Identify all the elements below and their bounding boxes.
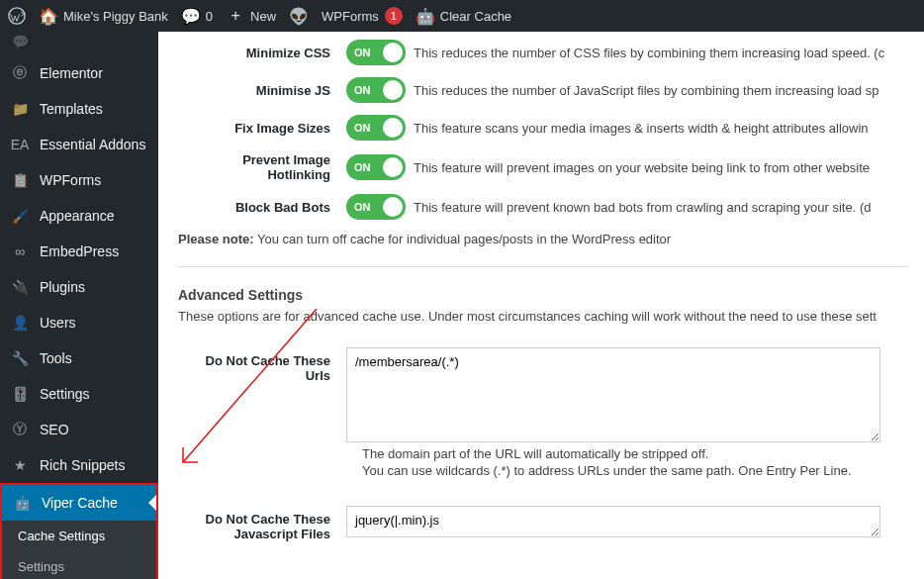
viper-icon: 🤖	[12, 493, 32, 513]
field-do-not-cache-urls: Do Not Cache These Urls	[178, 347, 908, 442]
textarea-dnc-urls[interactable]	[346, 347, 880, 442]
sidebar-item-wpforms[interactable]: 📋 WPForms	[0, 162, 158, 198]
viper-submenu: Cache Settings Settings	[2, 521, 156, 579]
sidebar-item-comments[interactable]: 💬 Comments	[0, 32, 158, 55]
sidebar-item-essential-addons[interactable]: EA Essential Addons	[0, 127, 158, 162]
advanced-settings-title: Advanced Settings	[178, 287, 908, 303]
sidebar-item-label: Appearance	[40, 208, 115, 224]
sidebar-item-label: Plugins	[40, 279, 85, 295]
label-fix-image-sizes: Fix Image Sizes	[178, 121, 346, 136]
main-content: Minimize CSS ON This reduces the number …	[158, 32, 924, 579]
sidebar-item-label: Users	[40, 315, 76, 331]
clear-cache-label: Clear Cache	[440, 9, 511, 24]
site-name-text: Mike's Piggy Bank	[63, 9, 168, 24]
brush-icon: 🖌️	[10, 206, 30, 226]
help-dnc-urls-2: You can use wildcards (.*) to address UR…	[362, 463, 908, 478]
sidebar-item-label: Essential Addons	[40, 137, 145, 152]
sidebar-item-label: EmbedPress	[40, 243, 119, 259]
submenu-cache-settings[interactable]: Cache Settings	[2, 521, 156, 551]
sidebar-item-label: Elementor	[40, 65, 103, 81]
ea-icon: EA	[10, 135, 30, 154]
plus-icon: +	[227, 7, 244, 25]
wpforms-link[interactable]: WPForms1	[322, 7, 403, 25]
alien-icon: 👽	[290, 7, 308, 25]
admin-sidebar: 💬 Comments ⓔ Elementor 📁 Templates EA Es…	[0, 32, 158, 579]
site-name-link[interactable]: 🏠Mike's Piggy Bank	[40, 7, 168, 25]
advanced-settings-desc: These options are for advanced cache use…	[178, 309, 908, 324]
help-dnc-urls: The domain part of the URL will automati…	[362, 446, 908, 478]
row-prevent-hotlinking: Prevent Image Hotlinking ON This feature…	[178, 152, 908, 182]
embed-icon: ∞	[10, 241, 30, 261]
textarea-dnc-js[interactable]	[346, 506, 880, 537]
desc-block-bad-bots: This feature will prevent known bad bots…	[414, 200, 871, 215]
toggle-minimise-js[interactable]: ON	[346, 77, 406, 103]
comment-icon: 💬	[182, 7, 200, 25]
sidebar-item-plugins[interactable]: 🔌 Plugins	[0, 269, 158, 305]
section-separator	[178, 266, 908, 267]
note-bold: Please note:	[178, 232, 254, 246]
label-dnc-js: Do Not Cache These Javascript Files	[178, 506, 346, 541]
comments-icon: 💬	[10, 32, 30, 51]
folder-icon: 📁	[10, 99, 30, 119]
sidebar-item-embedpress[interactable]: ∞ EmbedPress	[0, 234, 158, 269]
wordpress-icon	[8, 7, 26, 25]
sidebar-item-label: Settings	[40, 386, 90, 402]
desc-minimize-css: This reduces the number of CSS files by …	[414, 46, 884, 60]
comments-count: 0	[206, 9, 213, 24]
sidebar-item-label: SEO	[40, 422, 69, 437]
alien-link[interactable]: 👽	[290, 7, 308, 25]
wp-logo[interactable]	[8, 7, 26, 25]
home-icon: 🏠	[40, 7, 57, 25]
toggle-minimize-css[interactable]: ON	[346, 40, 406, 65]
sidebar-item-label: Viper Cache	[42, 495, 118, 511]
wrench-icon: 🔧	[10, 348, 30, 368]
label-prevent-hotlinking: Prevent Image Hotlinking	[178, 152, 346, 182]
elementor-icon: ⓔ	[10, 63, 30, 83]
new-label: New	[250, 9, 276, 24]
row-block-bad-bots: Block Bad Bots ON This feature will prev…	[178, 194, 908, 220]
row-minimize-css: Minimize CSS ON This reduces the number …	[178, 40, 908, 65]
highlighted-menu-group: 🤖 Viper Cache Cache Settings Settings	[0, 483, 158, 579]
sidebar-item-users[interactable]: 👤 Users	[0, 305, 158, 340]
sidebar-item-elementor[interactable]: ⓔ Elementor	[0, 55, 158, 91]
sliders-icon: 🎚️	[10, 384, 30, 404]
sidebar-item-label: Tools	[40, 350, 72, 366]
new-content-link[interactable]: +New	[227, 7, 276, 25]
sidebar-item-label: Rich Snippets	[40, 457, 125, 473]
label-minimize-css: Minimize CSS	[178, 46, 346, 60]
plug-icon: 🔌	[10, 277, 30, 297]
label-block-bad-bots: Block Bad Bots	[178, 200, 346, 215]
sidebar-item-viper-cache[interactable]: 🤖 Viper Cache	[2, 485, 156, 521]
desc-minimise-js: This reduces the number of JavaScript fi…	[414, 83, 878, 98]
seo-icon: Ⓨ	[10, 420, 30, 439]
sidebar-item-label: WPForms	[40, 172, 101, 188]
row-fix-image-sizes: Fix Image Sizes ON This feature scans yo…	[178, 115, 908, 141]
sidebar-item-seo[interactable]: Ⓨ SEO	[0, 412, 158, 447]
clear-cache-link[interactable]: 🤖Clear Cache	[416, 7, 511, 25]
sidebar-item-appearance[interactable]: 🖌️ Appearance	[0, 198, 158, 234]
wpforms-label: WPForms	[322, 9, 379, 24]
note-line: Please note: You can turn off cache for …	[178, 232, 908, 246]
submenu-settings[interactable]: Settings	[2, 551, 156, 579]
star-icon: ★	[10, 455, 30, 475]
sidebar-item-label: Templates	[40, 101, 103, 117]
sidebar-item-tools[interactable]: 🔧 Tools	[0, 340, 158, 376]
label-minimise-js: Minimise JS	[178, 83, 346, 98]
sidebar-item-settings[interactable]: 🎚️ Settings	[0, 376, 158, 412]
desc-prevent-hotlinking: This feature will prevent images on your…	[414, 160, 870, 175]
cache-icon: 🤖	[416, 7, 434, 25]
desc-fix-image-sizes: This feature scans your media images & i…	[414, 121, 869, 136]
wpforms-badge: 1	[385, 7, 403, 25]
toggle-block-bad-bots[interactable]: ON	[346, 194, 406, 220]
toggle-fix-image-sizes[interactable]: ON	[346, 115, 406, 141]
toggle-prevent-hotlinking[interactable]: ON	[346, 154, 406, 180]
comments-link[interactable]: 💬0	[182, 7, 213, 25]
help-dnc-urls-1: The domain part of the URL will automati…	[362, 446, 908, 461]
users-icon: 👤	[10, 313, 30, 333]
note-text: You can turn off cache for individual pa…	[254, 232, 672, 246]
label-dnc-urls: Do Not Cache These Urls	[178, 347, 346, 383]
sidebar-item-templates[interactable]: 📁 Templates	[0, 91, 158, 127]
wpforms-icon: 📋	[10, 170, 30, 190]
admin-toolbar: 🏠Mike's Piggy Bank 💬0 +New 👽 WPForms1 🤖C…	[0, 0, 924, 32]
sidebar-item-rich-snippets[interactable]: ★ Rich Snippets	[0, 447, 158, 483]
